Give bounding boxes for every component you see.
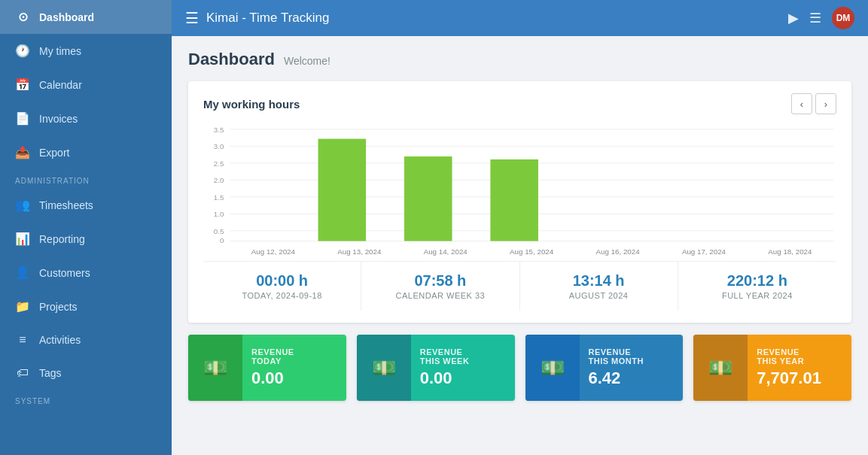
sidebar-item-label: My times [39,45,81,57]
hamburger-icon[interactable]: ☰ [185,9,199,27]
revenue-value-today: 0.00 [251,369,337,388]
svg-text:Aug 18, 2024: Aug 18, 2024 [768,247,812,256]
svg-text:1.5: 1.5 [214,193,224,202]
stat-value: 13:14 h [528,272,670,290]
chart-nav-arrows: ‹ › [791,93,836,114]
sidebar-item-label: Tags [39,367,62,379]
sidebar: ⊙ Dashboard🕐 My times📅 Calendar📄 Invoice… [0,0,172,455]
revenue-info-month: REVENUETHIS MONTH 6.42 [580,340,684,396]
sidebar-item-calendar[interactable]: 📅 Calendar [0,68,172,102]
stats-row: 00:00 h TODAY, 2024-09-1807:58 h CALENDA… [203,261,836,311]
invoices-icon: 📄 [15,111,30,126]
sidebar-item-tags[interactable]: 🏷 Tags [0,356,172,390]
sidebar-item-my-times[interactable]: 🕐 My times [0,34,172,68]
money-icon: 💵 [708,356,732,380]
revenue-value-month: 6.42 [589,369,675,388]
next-arrow-button[interactable]: › [815,93,836,114]
brand-subtitle: - Time Tracking [242,11,329,25]
activities-icon: ≡ [15,333,30,347]
my-times-icon: 🕐 [15,44,30,58]
sidebar-item-label: Reporting [39,233,85,245]
revenue-value-year: 7,707.01 [757,369,842,388]
svg-text:Aug 16, 2024: Aug 16, 2024 [596,247,641,256]
sidebar-item-projects[interactable]: 📁 Projects [0,290,172,323]
bar-aug13 [318,139,367,241]
stat-item: 00:00 h TODAY, 2024-09-18 [203,262,361,311]
stat-label: TODAY, 2024-09-18 [211,291,353,300]
working-hours-chart: 3.5 3.0 2.5 2.0 1.5 1.0 0.5 0 [203,122,836,261]
svg-text:Aug 14, 2024: Aug 14, 2024 [424,247,468,256]
sidebar-item-reporting[interactable]: 📊 Reporting [0,222,172,256]
play-icon[interactable]: ▶ [788,10,799,26]
money-icon: 💵 [541,356,565,380]
content-area: Dashboard Welcome! My working hours ‹ › … [172,36,868,455]
sidebar-item-label: Activities [39,334,81,346]
revenue-label-month: REVENUETHIS MONTH [589,347,675,366]
tags-icon: 🏷 [15,366,30,380]
admin-section-label: Administration [0,169,172,188]
export-icon: 📤 [15,145,30,159]
stat-label: AUGUST 2024 [528,291,670,300]
svg-text:1.0: 1.0 [214,210,224,218]
card-header: My working hours ‹ › [203,93,836,114]
chart-svg: 3.5 3.0 2.5 2.0 1.5 1.0 0.5 0 [203,122,836,261]
working-hours-title: My working hours [203,98,300,111]
page-title: Dashboard [188,50,275,69]
revenue-info-week: REVENUETHIS WEEK 0.00 [411,340,515,396]
topbar-icons: ▶ ☰ DM [788,7,854,29]
revenue-icon-year: 💵 [693,335,748,401]
revenue-icon-month: 💵 [525,335,580,401]
svg-text:3.0: 3.0 [214,142,224,150]
svg-text:Aug 15, 2024: Aug 15, 2024 [510,247,554,256]
sidebar-item-label: Projects [39,301,78,313]
revenue-info-today: REVENUETODAY 0.00 [242,340,346,396]
prev-arrow-button[interactable]: ‹ [791,93,812,114]
working-hours-card: My working hours ‹ › 3.5 3.0 2.5 2.0 1.5… [188,81,851,323]
sidebar-item-invoices[interactable]: 📄 Invoices [0,102,172,135]
sidebar-item-label: Timesheets [39,199,93,211]
customers-icon: 👤 [15,265,30,280]
svg-text:2.0: 2.0 [214,176,224,184]
sidebar-item-export[interactable]: 📤 Export [0,135,172,169]
stat-value: 07:58 h [369,272,511,290]
sidebar-item-label: Export [39,147,69,159]
revenue-label-today: REVENUETODAY [251,347,337,366]
stat-item: 07:58 h CALENDAR WEEK 33 [361,262,519,311]
stat-label: CALENDAR WEEK 33 [369,291,511,300]
system-section-label: System [0,390,172,408]
stat-value: 220:12 h [686,272,829,290]
calendar-icon: 📅 [15,77,30,92]
revenue-card-today: 💵 REVENUETODAY 0.00 [188,335,346,401]
user-avatar[interactable]: DM [832,7,854,29]
svg-text:0: 0 [220,236,224,244]
svg-text:3.5: 3.5 [214,126,224,134]
money-icon: 💵 [203,356,227,380]
list-icon[interactable]: ☰ [809,10,821,26]
money-icon: 💵 [372,356,396,380]
reporting-icon: 📊 [15,232,30,246]
sidebar-item-label: Invoices [39,113,78,125]
timesheets-icon: 👥 [15,198,30,212]
sidebar-item-customers[interactable]: 👤 Customers [0,256,172,290]
sidebar-item-timesheets[interactable]: 👥 Timesheets [0,188,172,222]
sidebar-item-label: Dashboard [39,11,94,23]
svg-text:Aug 17, 2024: Aug 17, 2024 [682,247,726,256]
revenue-row: 💵 REVENUETODAY 0.00 💵 REVENUETHIS WEEK 0… [188,335,851,401]
page-header: Dashboard Welcome! [188,50,851,69]
stat-label: FULL YEAR 2024 [686,291,829,300]
revenue-card-week: 💵 REVENUETHIS WEEK 0.00 [357,335,515,401]
revenue-icon-week: 💵 [357,335,411,401]
revenue-icon-today: 💵 [188,335,242,401]
sidebar-item-dashboard[interactable]: ⊙ Dashboard [0,0,172,34]
page-welcome: Welcome! [284,55,330,67]
dashboard-icon: ⊙ [15,10,30,24]
stat-item: 220:12 h FULL YEAR 2024 [678,262,836,311]
stat-value: 00:00 h [211,272,353,290]
projects-icon: 📁 [15,299,30,314]
revenue-card-month: 💵 REVENUETHIS MONTH 6.42 [525,335,684,401]
revenue-value-week: 0.00 [420,369,506,388]
sidebar-item-activities[interactable]: ≡ Activities [0,323,172,356]
revenue-label-week: REVENUETHIS WEEK [420,347,506,366]
svg-text:Aug 13, 2024: Aug 13, 2024 [337,247,382,256]
sidebar-item-label: Customers [39,267,90,279]
